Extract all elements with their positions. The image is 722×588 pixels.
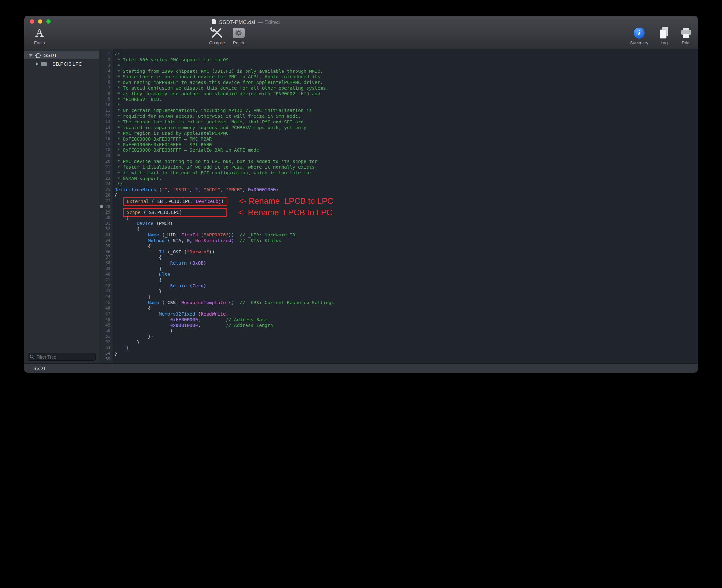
line-number: 47 [99,311,113,317]
code-line: } [114,288,698,294]
filter-tree-field [27,353,95,361]
code-editor[interactable]: 1234567891011121314151617181920212223242… [99,49,698,363]
disclosure-down-icon[interactable] [29,54,33,57]
main-content: SSDT _SB.PCI0.LPC [24,49,698,363]
line-number: 50 [99,328,113,334]
code-line: * 0xFE020000~0xFE035FFF — SerialIo BAR i… [114,147,698,153]
code-line: } [114,339,698,345]
line-number: 44 [99,294,113,300]
line-number: 9 [99,97,113,102]
line-number: 36 [99,249,113,255]
code-line: Name (_HID, EisaId ("APP9876")) // _HID:… [114,232,698,238]
line-number: 17 [99,142,113,147]
line-number: 23 [99,176,113,181]
code-line: Scope (_SB.PCI0.LPC)<- Rename LPCB to LP… [114,210,698,215]
code-line: { [114,226,698,232]
line-number: 42 [99,283,113,289]
tree-item-label: _SB.PCI0.LPC [50,61,82,67]
tree-item-label: SSDT [44,52,57,58]
app-window: SSDT-PMC.dsl — Edited A Fonts Compile [24,16,698,373]
line-number: 41 [99,277,113,283]
code-line: * 0xFE010000~0xFE010FFF — SPI BAR0 [114,142,698,147]
code-line: */ [114,181,698,187]
tree-item-ssdt[interactable]: SSDT [24,51,99,60]
line-number: 55 [99,356,113,362]
line-number: 34 [99,238,113,244]
printer-icon [680,25,693,41]
line-number: 27 [99,198,113,204]
patch-gear-icon [233,25,245,41]
code-line: * "PCHRESV" UID. [114,97,698,102]
code-line: 0xFE000000, // Address Base [114,317,698,322]
traffic-lights [30,19,50,24]
document-title: SSDT-PMC.dsl [219,19,255,26]
tree-sidebar: SSDT _SB.PCI0.LPC [24,49,99,363]
code-line: 0x00010000, // Address Length [114,322,698,328]
tree-item-sb-pci0-lpc[interactable]: _SB.PCI0.LPC [24,60,99,68]
code-line: * as they normally use another non-stand… [114,91,698,97]
code-line: * own naming "APP9876" to access this de… [114,80,698,85]
line-number: 11 [99,108,113,113]
rename-highlight-box: Scope (_SB.PCI0.LPC) [123,208,227,217]
line-number: 35 [99,244,113,249]
search-icon [30,354,35,360]
code-line: ) [114,328,698,334]
patch-button[interactable]: Patch [229,25,248,45]
code-line: * required for NVRAM access. Otherwise i… [114,113,698,119]
compile-button[interactable]: Compile [206,25,229,45]
line-number: 51 [99,334,113,339]
line-number: 33 [99,232,113,238]
code-line: * [114,63,698,68]
code-line: * On certain implementations, including … [114,108,698,113]
code-line: * PMC region is used by AppleIntelPCHPMC… [114,130,698,136]
code-line: { [114,306,698,311]
code-line: DefinitionBlock ("", "SSDT", 2, "ACDT", … [114,187,698,192]
compile-tools-icon [210,25,224,41]
line-number: 39 [99,266,113,272]
zoom-window-button[interactable] [46,19,50,24]
code-line: }) [114,334,698,339]
line-number: 19 [99,153,113,159]
line-number: 46 [99,306,113,311]
line-number: 24 [99,181,113,187]
code-line: } [114,294,698,300]
code-line: * located in separate memory regions and… [114,125,698,130]
disclosure-right-icon[interactable] [36,62,38,66]
gutter-marker-dot [100,205,103,208]
log-button[interactable]: Log [658,25,670,45]
minimize-window-button[interactable] [38,19,42,24]
line-number: 32 [99,226,113,232]
fonts-button[interactable]: A Fonts [29,25,50,45]
compile-label: Compile [209,41,225,45]
code-line: Device (PMCR) [114,220,698,226]
code-line: Return (0x0B) [114,260,698,266]
code-line: * [114,153,698,159]
line-number: 21 [99,164,113,170]
line-number: 8 [99,91,113,97]
code-line: { [114,244,698,249]
line-number: 7 [99,85,113,91]
code-line: * faster initialisation. If we add it to… [114,164,698,170]
line-number: 12 [99,113,113,119]
line-number: 6 [99,80,113,85]
folder-icon [41,61,47,66]
code-line: /* [114,51,698,57]
summary-button[interactable]: i Summary [630,25,648,45]
code-line: * 0xFE000000~0xFE00FFFF — PMC MBAR [114,136,698,142]
line-number: 16 [99,136,113,142]
code-line: { [114,254,698,260]
code-line: } [114,345,698,351]
filter-tree-input[interactable] [27,353,95,361]
close-window-button[interactable] [30,19,34,24]
gutter: 1234567891011121314151617181920212223242… [99,49,113,363]
fonts-icon: A [36,25,44,41]
log-label: Log [661,41,668,45]
toolbar-right-group: i Summary Log [630,25,693,45]
line-number: 14 [99,125,113,130]
rename-annotation-text: <- Rename LPCB to LPC [238,208,332,217]
code-lines: /* * Intel 300-series PMC support for ma… [113,49,698,363]
line-number: 20 [99,159,113,164]
code-line: Name (_CRS, ResourceTemplate () // _CRS:… [114,300,698,306]
code-line: If (_OSI ("Darwin")) [114,249,698,255]
print-button[interactable]: Print [680,25,693,45]
